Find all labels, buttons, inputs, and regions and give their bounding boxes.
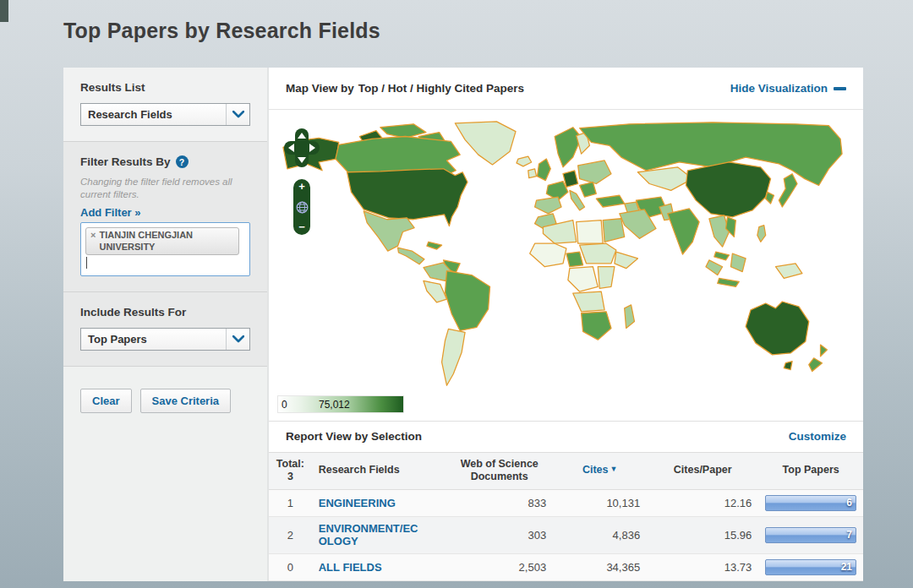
map-region-egypt[interactable] bbox=[603, 219, 625, 242]
remove-tag-icon[interactable]: × bbox=[90, 230, 96, 253]
zoom-out-icon[interactable]: − bbox=[298, 222, 305, 232]
main-panel: Map View byTop / Hot / Highly Cited Pape… bbox=[269, 68, 863, 581]
results-list-value: Research Fields bbox=[81, 108, 226, 121]
column-research-fields[interactable]: Research Fields bbox=[312, 452, 446, 489]
map-region-new-zealand[interactable] bbox=[809, 345, 828, 371]
include-results-select[interactable]: Top Papers bbox=[80, 328, 250, 351]
row-cites: 10,131 bbox=[553, 489, 647, 516]
report-view-header: Report View by Selection Customize bbox=[269, 421, 863, 452]
globe-icon[interactable] bbox=[296, 201, 309, 214]
save-criteria-button[interactable]: Save Criteria bbox=[140, 389, 232, 413]
map-region-angola[interactable] bbox=[573, 292, 604, 313]
map-region-korea[interactable] bbox=[766, 193, 774, 204]
map-region-argentina[interactable] bbox=[442, 329, 466, 386]
map-region-sudan[interactable] bbox=[580, 244, 616, 264]
row-rank: 1 bbox=[269, 489, 312, 516]
map-region-eastern-europe[interactable] bbox=[578, 161, 611, 184]
top-papers-value: 7 bbox=[846, 529, 852, 541]
legend-max-value: 75,012 bbox=[319, 399, 350, 411]
column-cites[interactable]: Cites▼ bbox=[553, 452, 647, 489]
map-view-title-main: Top / Hot / Highly Cited Papers bbox=[358, 82, 524, 95]
window-corner-artifact bbox=[0, 0, 8, 22]
map-region-thailand[interactable] bbox=[709, 215, 730, 247]
map-region-java[interactable] bbox=[718, 279, 740, 287]
map-region-ethiopia[interactable] bbox=[615, 252, 638, 269]
column-top-papers[interactable]: Top Papers bbox=[758, 452, 863, 489]
map-region-india[interactable] bbox=[668, 209, 699, 254]
map-zoom-control[interactable]: + − bbox=[293, 179, 310, 235]
map-region-sumatra[interactable] bbox=[706, 260, 723, 275]
clear-button[interactable]: Clear bbox=[80, 389, 132, 413]
map-region-japan[interactable] bbox=[779, 174, 797, 207]
include-results-label: Include Results For bbox=[80, 306, 250, 318]
map-region-tasmania[interactable] bbox=[784, 362, 792, 370]
hide-visualization-label: Hide Visualization bbox=[730, 82, 828, 95]
top-papers-bar: 7 bbox=[765, 527, 856, 543]
map-region-australia[interactable] bbox=[746, 302, 809, 355]
map-region-west-africa[interactable] bbox=[530, 244, 566, 268]
map-region-kazakhstan[interactable] bbox=[637, 167, 692, 191]
table-row: 0 ALL FIELDS 2,503 34,365 13.73 21 bbox=[269, 554, 863, 581]
map-region-uk[interactable] bbox=[538, 159, 551, 181]
filter-tag-label: TIANJIN CHENGJIAN UNIVERSITY bbox=[99, 230, 233, 253]
row-cites-per-paper: 12.16 bbox=[647, 489, 758, 516]
total-header: Total: 3 bbox=[269, 452, 312, 489]
map-region-central-america[interactable] bbox=[398, 248, 424, 265]
results-list-section: Results List Research Fields bbox=[63, 68, 267, 141]
field-link[interactable]: ENGINEERING bbox=[319, 497, 396, 510]
map-region-new-guinea[interactable] bbox=[775, 264, 801, 279]
map-region-iceland[interactable] bbox=[517, 156, 532, 166]
top-papers-bar: 6 bbox=[765, 495, 856, 511]
map-region-madagascar[interactable] bbox=[625, 305, 635, 329]
zoom-in-icon[interactable]: + bbox=[298, 182, 305, 192]
map-region-greenland[interactable] bbox=[455, 122, 516, 165]
table-header-row: Total: 3 Research Fields Web of Science … bbox=[269, 452, 863, 489]
map-region-ireland[interactable] bbox=[528, 169, 537, 178]
customize-link[interactable]: Customize bbox=[789, 430, 846, 443]
map-region-borneo[interactable] bbox=[730, 253, 746, 272]
map-region-malaysia[interactable] bbox=[714, 252, 730, 260]
map-region-congo[interactable] bbox=[568, 267, 598, 291]
map-region-libya[interactable] bbox=[577, 220, 603, 244]
add-filter-link[interactable]: Add Filter » bbox=[80, 206, 141, 219]
map-region-nigeria[interactable] bbox=[566, 252, 583, 267]
map-region-china[interactable] bbox=[686, 162, 770, 217]
map-region-east-africa[interactable] bbox=[598, 267, 615, 289]
map-region-italy[interactable] bbox=[570, 191, 585, 211]
map-region-spain[interactable] bbox=[535, 198, 561, 215]
help-icon[interactable]: ? bbox=[176, 155, 189, 168]
filter-heading: Filter Results By bbox=[80, 155, 171, 168]
map-region-turkey[interactable] bbox=[596, 196, 624, 208]
field-link[interactable]: ALL FIELDS bbox=[319, 561, 382, 574]
results-list-select[interactable]: Research Fields bbox=[80, 103, 250, 126]
map-region-scandinavia[interactable] bbox=[555, 128, 581, 167]
filter-input-box[interactable]: × TIANJIN CHENGJIAN UNIVERSITY bbox=[80, 222, 250, 276]
map-region-cuba[interactable] bbox=[427, 242, 442, 250]
column-cites-per-paper[interactable]: Cites/Paper bbox=[647, 452, 758, 489]
filter-note: Changing the filter field removes all cu… bbox=[80, 176, 250, 201]
map-region-peru[interactable] bbox=[424, 281, 447, 303]
map-region-germany[interactable] bbox=[563, 171, 578, 188]
include-results-section: Include Results For Top Papers bbox=[63, 291, 267, 366]
results-list-label: Results List bbox=[80, 81, 250, 94]
column-wos-documents[interactable]: Web of Science Documents bbox=[446, 452, 553, 489]
map-pan-control[interactable] bbox=[284, 128, 320, 167]
minus-icon bbox=[834, 87, 846, 90]
content-layout: Results List Research Fields Filter Resu… bbox=[63, 68, 865, 581]
row-cites: 4,836 bbox=[553, 516, 647, 553]
text-cursor bbox=[86, 257, 87, 269]
map-region-philippines[interactable] bbox=[757, 226, 766, 242]
world-choropleth-map[interactable] bbox=[281, 120, 845, 389]
row-docs: 2,503 bbox=[446, 554, 553, 581]
map-region-balkans[interactable] bbox=[580, 182, 597, 198]
filter-section: Filter Results By ? Changing the filter … bbox=[63, 141, 267, 291]
table-row: 2 ENVIRONMENT/ECOLOGY 303 4,836 15.96 7 bbox=[269, 516, 863, 553]
map-region-brazil[interactable] bbox=[446, 271, 490, 331]
field-link[interactable]: ENVIRONMENT/ECOLOGY bbox=[319, 522, 418, 548]
row-cites: 34,365 bbox=[553, 554, 647, 581]
include-results-value: Top Papers bbox=[81, 333, 226, 346]
world-map-area: + − 0 75,012 bbox=[269, 110, 863, 421]
hide-visualization-link[interactable]: Hide Visualization bbox=[730, 82, 846, 95]
table-row: 1 ENGINEERING 833 10,131 12.16 6 bbox=[269, 489, 863, 516]
map-region-south-africa[interactable] bbox=[582, 312, 611, 340]
